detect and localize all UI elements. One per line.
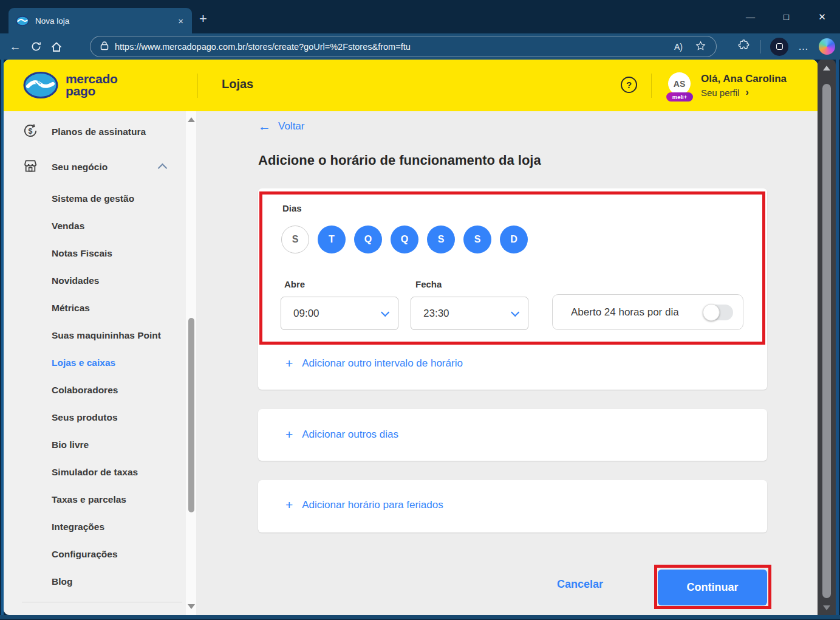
open-24h-toggle[interactable] xyxy=(704,305,733,320)
close-label: Fecha xyxy=(415,279,442,289)
header-divider-2 xyxy=(651,74,652,98)
refresh-icon[interactable] xyxy=(26,41,46,52)
back-link[interactable]: ← Voltar xyxy=(258,119,304,134)
browser-tab[interactable]: Nova loja × xyxy=(9,8,192,33)
open-time-select[interactable]: 09:00 xyxy=(281,297,398,330)
page-scrollbar[interactable] xyxy=(818,60,836,615)
header-divider xyxy=(197,74,198,98)
day-toggle-ter[interactable]: T xyxy=(318,226,346,253)
handshake-logo-icon xyxy=(23,72,58,98)
sidebar-item-planos[interactable]: Planos de assinatura xyxy=(52,124,146,140)
add-interval-link[interactable]: + Adicionar outro intervalo de horário xyxy=(285,356,463,371)
browser-titlebar: Nova loja × + — □ ✕ xyxy=(0,0,840,33)
extensions-puzzle-icon[interactable] xyxy=(737,39,750,54)
sidebar-item-vendas[interactable]: Vendas xyxy=(52,218,84,234)
continue-button[interactable]: Continuar xyxy=(658,570,767,605)
plus-icon: + xyxy=(285,498,293,512)
meli-plus-badge: meli+ xyxy=(666,92,693,102)
scroll-up-icon[interactable] xyxy=(188,117,195,122)
scroll-down-icon[interactable] xyxy=(823,605,830,610)
favorites-star-icon[interactable] xyxy=(695,40,706,53)
days-label: Dias xyxy=(282,203,302,213)
page-title: Adicione o horário de funcionamento da l… xyxy=(258,153,541,168)
help-icon[interactable]: ? xyxy=(621,77,637,93)
sidebar-item-blog[interactable]: Blog xyxy=(52,574,72,590)
new-tab-button[interactable]: + xyxy=(199,11,207,27)
sidebar-item-maquininhas-point[interactable]: Suas maquininhas Point xyxy=(52,328,161,343)
arrow-left-icon: ← xyxy=(258,119,271,134)
toggle-knob xyxy=(703,304,720,321)
user-avatar[interactable]: AS xyxy=(668,72,691,95)
day-toggle-dom[interactable]: D xyxy=(500,226,528,253)
add-days-card: + Adicionar outros dias xyxy=(258,409,767,461)
tab-close-icon[interactable]: × xyxy=(177,16,185,26)
plus-icon: + xyxy=(285,356,293,371)
add-holidays-link[interactable]: + Adicionar horário para feriados xyxy=(285,498,443,512)
day-toggle-qui[interactable]: Q xyxy=(391,226,418,253)
app-header: mercado pago Lojas ? AS meli+ Olá, Ana C… xyxy=(4,60,818,111)
toolbar-right-cluster: … xyxy=(737,33,835,60)
scroll-up-icon[interactable] xyxy=(823,66,830,71)
profile-link[interactable]: Seu perfil › xyxy=(701,87,749,98)
day-toggle-sab[interactable]: S xyxy=(463,226,491,253)
schedule-card: Dias S T Q Q S S D Abre Fecha 09:00 23 xyxy=(258,188,767,390)
window-frame-bottom xyxy=(0,615,840,620)
plus-icon: + xyxy=(285,427,293,442)
mercadopago-logo[interactable]: mercado pago xyxy=(23,72,117,98)
window-frame-right xyxy=(836,60,840,620)
day-toggle-seg[interactable]: S xyxy=(281,226,309,253)
sidebar-item-seu-negocio[interactable]: Seu negócio xyxy=(52,159,108,175)
open-label: Abre xyxy=(284,279,305,289)
read-aloud-icon[interactable]: A) xyxy=(674,42,683,52)
open-24h-control: Aberto 24 horas por dia xyxy=(552,294,743,330)
browser-profile-icon[interactable] xyxy=(770,38,788,56)
sidebar-item-novidades[interactable]: Novidades xyxy=(52,273,99,289)
close-time-select[interactable]: 23:30 xyxy=(411,297,528,330)
chevron-down-icon xyxy=(511,308,519,316)
sidebar-item-taxas-e-parcelas[interactable]: Taxas e parcelas xyxy=(52,492,126,508)
svg-text:$: $ xyxy=(29,127,33,136)
back-icon[interactable]: ← xyxy=(5,40,26,53)
section-title: Lojas xyxy=(222,77,253,91)
subscription-icon: $ xyxy=(22,122,39,139)
chevron-up-icon[interactable] xyxy=(158,164,168,173)
sidebar-divider xyxy=(22,602,182,602)
open-24h-label: Aberto 24 horas por dia xyxy=(571,306,679,319)
minimize-button[interactable]: — xyxy=(732,0,768,33)
tab-title: Nova loja xyxy=(35,16,177,26)
lock-icon xyxy=(100,41,109,53)
sidebar-item-seus-produtos[interactable]: Seus produtos xyxy=(52,410,118,425)
toolbar-divider xyxy=(760,40,760,53)
maximize-button[interactable]: □ xyxy=(768,0,804,33)
sidebar-item-configuracoes[interactable]: Configurações xyxy=(52,546,118,562)
sidebar-item-sistema-de-gestao[interactable]: Sistema de gestão xyxy=(52,191,134,207)
page-scroll-thumb[interactable] xyxy=(822,84,831,598)
sidebar-item-metricas[interactable]: Métricas xyxy=(52,300,90,316)
address-bar[interactable]: https://www.mercadopago.com.br/stores/cr… xyxy=(90,36,717,57)
sidebar-item-bio-livre[interactable]: Bio livre xyxy=(52,437,89,453)
chevron-right-icon: › xyxy=(745,87,748,98)
sidebar-item-colaboradores[interactable]: Colaboradores xyxy=(52,382,118,398)
url-text[interactable]: https://www.mercadopago.com.br/stores/cr… xyxy=(115,42,662,52)
browser-toolbar: ← https://www.mercadopago.com.br/stores/… xyxy=(0,33,840,60)
sidebar-scroll-thumb[interactable] xyxy=(188,318,194,512)
sidebar-item-notas-fiscais[interactable]: Notas Fiscais xyxy=(52,246,112,261)
mercadopago-favicon-icon xyxy=(16,16,29,26)
sidebar-item-simulador-de-taxas[interactable]: Simulador de taxas xyxy=(52,464,138,480)
settings-menu-icon[interactable]: … xyxy=(798,41,809,53)
home-icon[interactable] xyxy=(46,41,67,53)
window-controls: — □ ✕ xyxy=(732,0,840,33)
close-button[interactable]: ✕ xyxy=(804,0,840,33)
main-content: ← Voltar Adicione o horário de funcionam… xyxy=(196,111,818,615)
cancel-button[interactable]: Cancelar xyxy=(557,578,603,591)
sidebar-scrollbar[interactable] xyxy=(186,111,197,615)
chevron-down-icon xyxy=(381,308,389,316)
scroll-down-icon[interactable] xyxy=(188,604,195,609)
day-toggle-qua[interactable]: Q xyxy=(354,226,382,253)
day-toggle-sex[interactable]: S xyxy=(427,226,455,253)
sidebar-item-lojas-e-caixas[interactable]: Lojas e caixas xyxy=(52,355,115,371)
add-days-link[interactable]: + Adicionar outros dias xyxy=(285,427,398,442)
sidebar-item-integracoes[interactable]: Integrações xyxy=(52,519,104,535)
store-icon xyxy=(22,157,39,174)
copilot-icon[interactable] xyxy=(819,38,835,55)
